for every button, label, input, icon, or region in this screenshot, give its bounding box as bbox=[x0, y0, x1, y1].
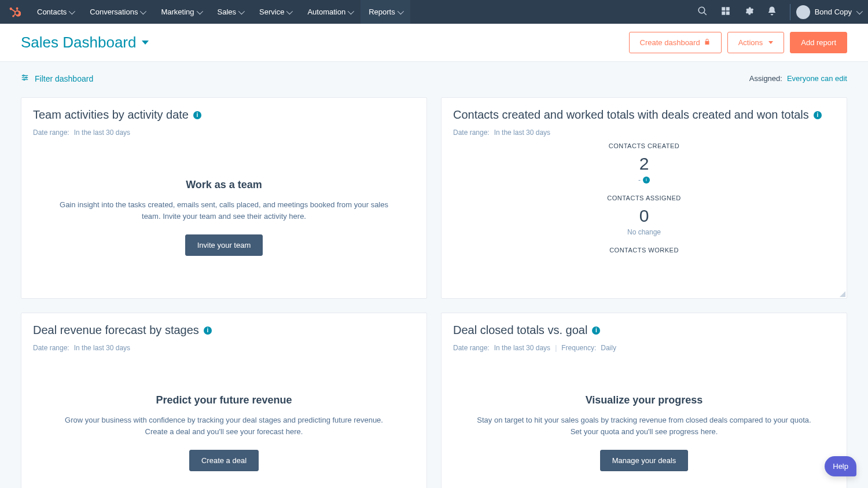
card-revenue-forecast: Deal revenue forecast by stages i Date r… bbox=[21, 313, 427, 488]
empty-desc: Grow your business with confidence by tr… bbox=[56, 414, 392, 437]
range-label: Date range: bbox=[33, 344, 69, 352]
create-deal-button[interactable]: Create a deal bbox=[189, 450, 259, 471]
nav-reports[interactable]: Reports bbox=[361, 0, 410, 24]
chevron-down-icon bbox=[397, 8, 403, 14]
chevron-down-icon bbox=[69, 8, 75, 14]
empty-title: Work as a team bbox=[186, 179, 262, 191]
search-icon[interactable] bbox=[697, 6, 708, 18]
user-menu[interactable]: Bond Copy bbox=[796, 5, 861, 19]
empty-title: Predict your future revenue bbox=[156, 394, 292, 406]
chevron-down-icon bbox=[856, 8, 863, 14]
range-value: In the last 30 days bbox=[74, 344, 130, 352]
add-report-button[interactable]: Add report bbox=[790, 32, 847, 53]
stat-contacts-created: CONTACTS CREATED 2 -i bbox=[442, 142, 847, 184]
info-icon[interactable]: i bbox=[193, 111, 201, 119]
nav-divider bbox=[790, 4, 790, 20]
settings-icon[interactable] bbox=[744, 6, 754, 18]
info-icon[interactable]: i bbox=[643, 177, 650, 184]
card-title: Deal closed totals vs. goal bbox=[453, 324, 587, 337]
empty-title: Visualize your progress bbox=[586, 394, 703, 406]
range-value: In the last 30 days bbox=[494, 344, 550, 352]
filter-bar: Filter dashboard Assigned: Everyone can … bbox=[0, 62, 868, 90]
empty-desc: Stay on target to hit your sales goals b… bbox=[476, 414, 812, 437]
nav-sales[interactable]: Sales bbox=[209, 0, 252, 24]
nav-items: Contacts Conversations Marketing Sales S… bbox=[29, 0, 410, 24]
range-label: Date range: bbox=[33, 129, 69, 137]
range-value: In the last 30 days bbox=[494, 129, 550, 137]
top-nav: Contacts Conversations Marketing Sales S… bbox=[0, 0, 868, 24]
assigned-label: Assigned: bbox=[749, 74, 782, 83]
hubspot-logo[interactable] bbox=[0, 6, 29, 19]
info-icon[interactable]: i bbox=[592, 326, 600, 335]
create-dashboard-button[interactable]: Create dashboard bbox=[629, 32, 722, 53]
card-deal-closed: Deal closed totals vs. goal i Date range… bbox=[441, 313, 847, 488]
chevron-down-icon bbox=[196, 8, 203, 14]
chevron-down-icon bbox=[348, 8, 354, 14]
lock-icon bbox=[704, 38, 711, 47]
page-header: Sales Dashboard Create dashboard Actions… bbox=[0, 24, 868, 62]
dashboard-grid: Team activities by activity date i Date … bbox=[0, 90, 868, 488]
assigned-info: Assigned: Everyone can edit bbox=[749, 74, 847, 83]
help-button[interactable]: Help bbox=[825, 456, 856, 476]
svg-point-3 bbox=[23, 75, 24, 76]
nav-marketing[interactable]: Marketing bbox=[153, 0, 209, 24]
dashboard-selector[interactable]: Sales Dashboard bbox=[21, 34, 149, 52]
range-label: Date range: bbox=[453, 129, 490, 137]
svg-point-4 bbox=[25, 77, 27, 78]
page-title: Sales Dashboard bbox=[21, 34, 136, 52]
header-actions: Create dashboard Actions Add report bbox=[629, 32, 847, 53]
user-name: Bond Copy bbox=[815, 8, 852, 16]
avatar bbox=[796, 5, 810, 19]
card-team-activities: Team activities by activity date i Date … bbox=[21, 97, 427, 299]
nav-service[interactable]: Service bbox=[251, 0, 299, 24]
actions-button[interactable]: Actions bbox=[727, 32, 785, 53]
freq-label: Frequency: bbox=[561, 344, 596, 352]
stat-contacts-assigned: CONTACTS ASSIGNED 0 No change bbox=[442, 195, 847, 236]
assigned-value-link[interactable]: Everyone can edit bbox=[787, 74, 847, 83]
marketplace-icon[interactable] bbox=[720, 6, 731, 18]
card-title: Contacts created and worked totals with … bbox=[453, 108, 809, 122]
range-label: Date range: bbox=[453, 344, 490, 352]
card-title: Team activities by activity date bbox=[33, 108, 189, 122]
card-title: Deal revenue forecast by stages bbox=[33, 324, 199, 337]
range-value: In the last 30 days bbox=[74, 129, 130, 137]
svg-point-5 bbox=[24, 79, 25, 80]
chevron-down-icon bbox=[140, 8, 146, 14]
invite-team-button[interactable]: Invite your team bbox=[185, 234, 263, 256]
caret-down-icon bbox=[768, 41, 773, 44]
stat-contacts-worked: CONTACTS WORKED bbox=[442, 247, 847, 254]
info-icon[interactable]: i bbox=[204, 326, 212, 335]
nav-automation[interactable]: Automation bbox=[299, 0, 361, 24]
info-icon[interactable]: i bbox=[814, 111, 822, 119]
stats-scroll[interactable]: CONTACTS CREATED 2 -i CONTACTS ASSIGNED … bbox=[442, 142, 847, 287]
filter-icon bbox=[21, 74, 29, 83]
resize-handle-icon[interactable] bbox=[838, 290, 845, 297]
manage-deals-button[interactable]: Manage your deals bbox=[600, 450, 689, 471]
filter-dashboard-button[interactable]: Filter dashboard bbox=[21, 74, 93, 83]
notifications-icon[interactable] bbox=[767, 6, 777, 18]
chevron-down-icon bbox=[238, 8, 245, 14]
nav-conversations[interactable]: Conversations bbox=[82, 0, 153, 24]
caret-down-icon bbox=[142, 41, 149, 45]
chevron-down-icon bbox=[286, 8, 293, 14]
freq-value: Daily bbox=[601, 344, 616, 352]
nav-icons bbox=[697, 6, 784, 18]
nav-contacts[interactable]: Contacts bbox=[29, 0, 82, 24]
card-contacts-totals: Contacts created and worked totals with … bbox=[441, 97, 847, 299]
empty-desc: Gain insight into the tasks created, ema… bbox=[56, 199, 392, 222]
